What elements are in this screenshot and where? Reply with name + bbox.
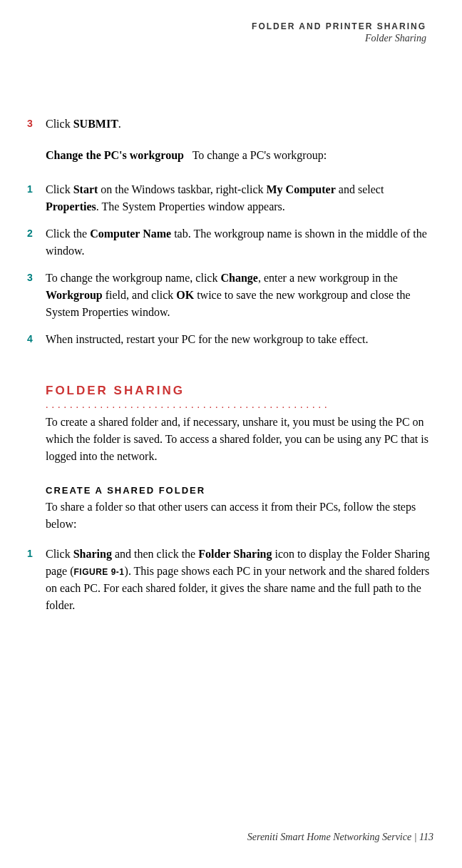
text-bold: My Computer — [266, 183, 335, 195]
text-fragment: . — [118, 118, 121, 130]
text-bold: Change — [220, 272, 257, 284]
text-bold: OK — [176, 289, 194, 301]
text-fragment: Click the — [46, 228, 90, 240]
subsection-intro: To share a folder so that other users ca… — [46, 499, 433, 533]
figure-reference: FIGURE 9-1 — [74, 567, 125, 577]
text-fragment: Click — [46, 548, 73, 560]
step-text: When instructed, restart your PC for the… — [46, 331, 433, 348]
step-item: 1 Click Start on the Windows taskbar, ri… — [27, 181, 433, 215]
section-heading: FOLDER SHARING — [46, 384, 433, 398]
page-content: 3 Click SUBMIT. Change the PC's workgrou… — [14, 116, 433, 614]
step-number: 3 — [27, 270, 46, 321]
text-bold: Computer Name — [90, 228, 171, 240]
step-item: 2 Click the Computer Name tab. The workg… — [27, 225, 433, 260]
step-number: 1 — [27, 181, 46, 215]
step-number: 1 — [27, 546, 46, 614]
change-workgroup-block: Change the PC's workgroup To change a PC… — [46, 147, 433, 164]
text-bold: Properties — [46, 200, 96, 213]
text-fragment: and then click the — [112, 548, 198, 560]
text-bold: Sharing — [73, 548, 112, 560]
text-fragment: Click — [46, 118, 73, 130]
step-item: 3 To change the workgroup name, click Ch… — [27, 270, 433, 321]
step-item: 1 Click Sharing and then click the Folde… — [27, 546, 433, 614]
change-workgroup-text: To change a PC's workgroup: — [192, 149, 327, 161]
text-bold: Workgroup — [46, 289, 103, 301]
text-fragment: Click — [46, 183, 73, 195]
text-fragment: When instructed, restart your PC for the… — [46, 333, 368, 345]
header-section: FOLDER AND PRINTER SHARING — [14, 21, 426, 31]
text-fragment: To change the workgroup name, click — [46, 272, 220, 284]
step-text: Click Start on the Windows taskbar, righ… — [46, 181, 433, 215]
text-fragment: . The System Properties window appears. — [96, 200, 285, 213]
text-fragment: on the Windows taskbar, right-click — [98, 183, 266, 195]
step-item: 3 Click SUBMIT. — [27, 116, 433, 133]
section-intro: To create a shared folder and, if necess… — [46, 414, 433, 465]
change-workgroup-label: Change the PC's workgroup — [46, 149, 184, 161]
step-text: Click the Computer Name tab. The workgro… — [46, 225, 433, 260]
step-text: Click SUBMIT. — [46, 116, 433, 133]
subsection-heading: CREATE A SHARED FOLDER — [46, 485, 433, 496]
step-item: 4 When instructed, restart your PC for t… — [27, 331, 433, 348]
step-text: To change the workgroup name, click Chan… — [46, 270, 433, 321]
text-fragment: , enter a new workgroup in the — [258, 272, 398, 284]
step-number: 2 — [27, 225, 46, 260]
text-bold: Start — [73, 183, 98, 195]
step-number: 4 — [27, 331, 46, 348]
text-fragment: field, and click — [103, 289, 177, 301]
text-bold: SUBMIT — [73, 118, 118, 130]
page-footer: Sereniti Smart Home Networking Service |… — [247, 832, 433, 843]
text-fragment: and select — [336, 183, 384, 195]
text-bold: Folder Sharing — [198, 548, 272, 560]
step-number: 3 — [27, 116, 46, 133]
step-text: Click Sharing and then click the Folder … — [46, 546, 433, 614]
section-divider-dots: ........................................… — [46, 399, 433, 409]
header-subsection: Folder Sharing — [14, 33, 426, 44]
page-header: FOLDER AND PRINTER SHARING Folder Sharin… — [14, 21, 433, 44]
